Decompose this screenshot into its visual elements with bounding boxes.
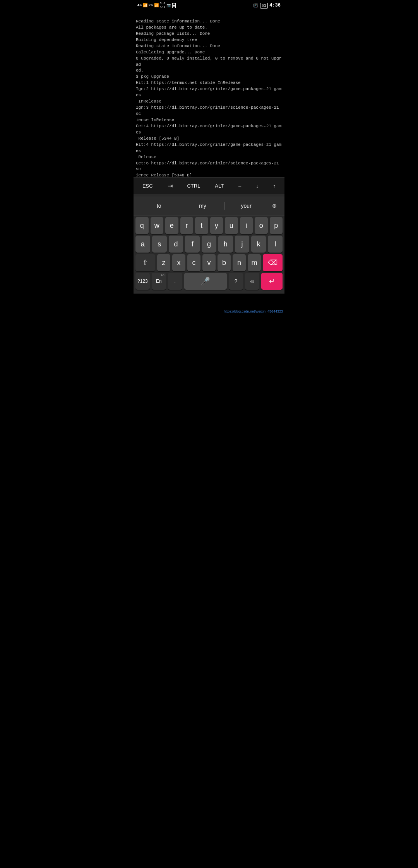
terminal-output: Reading state information... Done All pa… <box>134 11 284 177</box>
esc-key[interactable]: ESC <box>140 181 155 190</box>
key-w[interactable]: w <box>151 217 164 234</box>
status-right: 📳 61 4:36 <box>253 3 281 9</box>
signal-bars-2: 📶 <box>154 3 159 8</box>
ctrl-key[interactable]: CTRL <box>185 181 202 190</box>
suggestion-your[interactable]: your <box>224 203 268 209</box>
key-p[interactable]: p <box>270 217 283 234</box>
signal-bars: 📶 <box>143 3 147 8</box>
special-keys-row: ESC ⇥ CTRL ALT – ↓ ↑ <box>134 177 284 194</box>
emoji-key[interactable]: ☺ <box>245 273 259 290</box>
key-i[interactable]: i <box>240 217 253 234</box>
tab-key[interactable]: ⇥ <box>165 181 175 191</box>
key-y[interactable]: y <box>210 217 223 234</box>
arrow-up-key[interactable]: ↑ <box>271 181 278 190</box>
period-key[interactable]: . <box>168 273 182 290</box>
status-left: 4G 📶 26 📶 3.8K/s 📷 ▣ <box>137 2 176 9</box>
suggestion-my[interactable]: my <box>181 203 224 209</box>
enter-key[interactable]: ↵ <box>261 273 283 290</box>
key-l[interactable]: l <box>268 236 283 253</box>
key-row-3: ⇧ z x c v b n m ⌫ <box>135 254 283 271</box>
language-key[interactable]: En En <box>152 273 166 290</box>
suggestion-to[interactable]: to <box>137 203 181 209</box>
key-e[interactable]: e <box>165 217 178 234</box>
terminal-line-1: Reading state information... Done All pa… <box>136 19 281 177</box>
network-4g: 4G <box>137 3 142 7</box>
key-n[interactable]: n <box>233 254 246 271</box>
watermark: https://blog.csdn.net/weixin_45644323 <box>222 309 284 314</box>
key-t[interactable]: t <box>195 217 208 234</box>
key-b[interactable]: b <box>218 254 231 271</box>
key-m[interactable]: m <box>248 254 261 271</box>
backspace-key[interactable]: ⌫ <box>263 254 283 271</box>
key-x[interactable]: x <box>172 254 185 271</box>
keyboard: to my your ⊗ q w e r t y u i o p a s d f… <box>134 194 284 294</box>
key-r[interactable]: r <box>180 217 194 234</box>
key-c[interactable]: c <box>187 254 200 271</box>
key-row-1: q w e r t y u i o p <box>135 217 283 234</box>
key-k[interactable]: k <box>251 236 266 253</box>
key-g[interactable]: g <box>202 236 216 253</box>
symbols-key[interactable]: ?123 <box>135 273 150 290</box>
battery-display: 61 <box>260 3 268 9</box>
arrow-down-key[interactable]: ↓ <box>254 181 261 190</box>
key-o[interactable]: o <box>255 217 268 234</box>
suggestion-delete-button[interactable]: ⊗ <box>268 200 281 212</box>
dash-key[interactable]: – <box>236 181 243 190</box>
key-z[interactable]: z <box>157 254 170 271</box>
status-bar: 4G 📶 26 📶 3.8K/s 📷 ▣ 📳 61 4:36 <box>134 0 284 11</box>
key-row-4: ?123 En En . 🎤 ? ☺ ↵ <box>135 273 283 290</box>
key-s[interactable]: s <box>152 236 167 253</box>
network-26: 26 <box>149 3 153 7</box>
key-h[interactable]: h <box>218 236 233 253</box>
time-display: 4:36 <box>269 3 281 8</box>
key-v[interactable]: v <box>202 254 216 271</box>
alt-key[interactable]: ALT <box>212 181 226 190</box>
screen-record-icon: ▣ <box>172 3 176 8</box>
speed-display: 3.8K/s <box>160 2 165 9</box>
space-key[interactable]: 🎤 <box>184 273 227 290</box>
question-key[interactable]: ? <box>229 273 243 290</box>
key-d[interactable]: d <box>169 236 183 253</box>
key-j[interactable]: j <box>235 236 250 253</box>
key-a[interactable]: a <box>135 236 150 253</box>
shift-key[interactable]: ⇧ <box>135 254 155 271</box>
key-q[interactable]: q <box>135 217 149 234</box>
key-f[interactable]: f <box>185 236 200 253</box>
video-icon: 📷 <box>166 3 171 8</box>
suggestions-row: to my your ⊗ <box>134 196 284 215</box>
vibrate-icon: 📳 <box>253 3 259 8</box>
key-u[interactable]: u <box>225 217 238 234</box>
key-row-2: a s d f g h j k l <box>135 236 283 253</box>
